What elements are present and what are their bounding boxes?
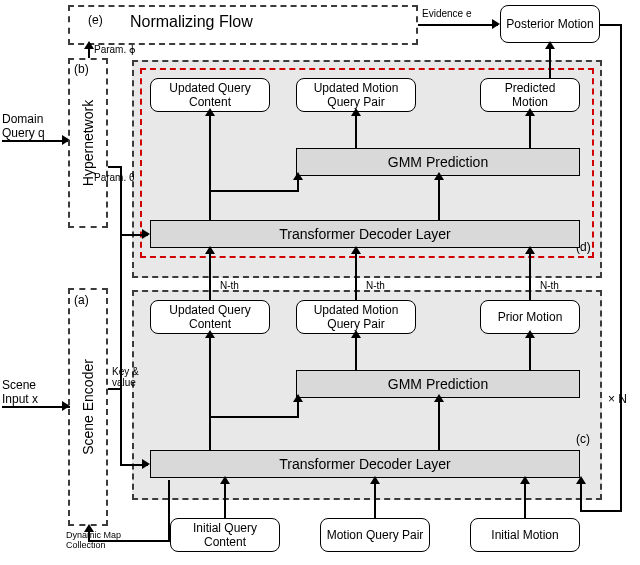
arrow [209,416,299,418]
arrow-head [525,246,535,254]
posterior-motion: Posterior Motion [500,5,600,43]
scene-encoder-label-wrap: Scene Encoder [68,288,108,526]
arrow [438,400,440,450]
param-phi-label: Param. ϕ [94,44,136,55]
arrow [529,114,531,148]
motion-query-pair: Motion Query Pair [320,518,430,552]
times-n-label: × N [608,392,627,406]
updated-motion-query-pair-top: Updated Motion Query Pair [296,78,416,112]
prior-motion: Prior Motion [480,300,580,334]
arrow-head [434,394,444,402]
transformer-decoder-top: Transformer Decoder Layer [150,220,580,248]
arrow-head [525,330,535,338]
arrow [355,336,357,370]
arrow-head [351,108,361,116]
arrow-head [545,41,555,49]
arrow [418,24,498,26]
arrow-head [293,394,303,402]
arrow [355,250,357,300]
scene-input-label: SceneInput x [2,378,52,406]
arrow-head [142,459,150,469]
arrow [209,250,211,300]
arrow [224,480,226,518]
initial-query-content: Initial Query Content [170,518,280,552]
transformer-decoder-bot: Transformer Decoder Layer [150,450,580,478]
initial-motion: Initial Motion [470,518,580,552]
arrow [355,114,357,148]
dynamic-map-label: Dynamic MapCollection [66,530,146,550]
nth-label-3: N-th [540,280,559,291]
arrow-head [220,476,230,484]
arrow [2,140,70,142]
arrow [529,250,531,300]
arrow [120,234,122,466]
domain-query-label: DomainQuery q [2,112,56,140]
arrow [209,190,299,192]
tag-e: (e) [88,13,103,27]
arrow-head [434,172,444,180]
arrow [209,336,211,450]
arrow [2,406,70,408]
arrow-head [205,246,215,254]
arrow [108,166,122,168]
arrow [580,480,582,510]
arrow-head [520,476,530,484]
arrow [620,24,622,510]
tag-c: (c) [576,432,590,446]
arrow [549,45,551,78]
arrow [108,388,122,390]
hypernetwork-label-wrap: Hypernetwork [68,58,108,228]
arrow [209,114,211,220]
arrow [600,24,622,26]
param-theta-label: Param. θ [94,172,135,183]
key-value-label: Key &value [112,366,148,388]
scene-encoder-label: Scene Encoder [80,359,96,455]
arrow [524,480,526,518]
nth-label-1: N-th [220,280,239,291]
arrow-head [205,108,215,116]
arrow [168,480,170,540]
normalizing-flow-label: Normalizing Flow [130,13,253,31]
arrow-head [525,108,535,116]
updated-motion-query-pair-bot: Updated Motion Query Pair [296,300,416,334]
arrow-head [293,172,303,180]
nth-label-2: N-th [366,280,385,291]
arrow-head [351,330,361,338]
arrow [438,178,440,220]
updated-query-content-bot: Updated Query Content [150,300,270,334]
arrow [580,510,622,512]
arrow-head [370,476,380,484]
arrow-head [576,476,586,484]
arrow-head [142,229,150,239]
arrow-head [205,330,215,338]
updated-query-content-top: Updated Query Content [150,78,270,112]
predicted-motion: Predicted Motion [480,78,580,112]
evidence-label: Evidence e [422,8,471,19]
arrow-head [84,41,94,49]
arrow [529,336,531,370]
arrow-head [492,19,500,29]
arrow-head [351,246,361,254]
arrow [374,480,376,518]
